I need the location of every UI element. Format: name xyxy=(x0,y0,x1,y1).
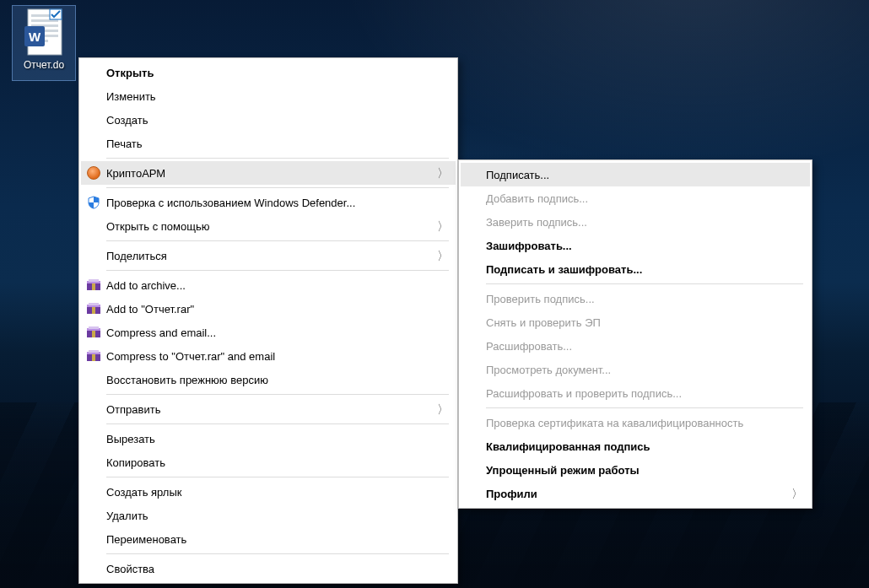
menu-item-defender[interactable]: Проверка с использованием Windows Defend… xyxy=(81,191,456,214)
context-menu: Открыть Изменить Создать Печать КриптоАР… xyxy=(78,57,458,584)
svg-rect-12 xyxy=(89,279,99,282)
svg-rect-25 xyxy=(92,354,95,361)
menu-item-label: Открыть с помощью xyxy=(106,220,435,233)
desktop-file-label: Отчет.do xyxy=(14,59,73,71)
defender-shield-icon xyxy=(87,196,100,209)
submenu-item-verify-signature[interactable]: Проверить подпись... xyxy=(461,287,810,310)
menu-item-label: Свойства xyxy=(106,563,449,575)
menu-item-open[interactable]: Открыть xyxy=(81,61,456,84)
submenu-arrow-icon: 〉 xyxy=(435,167,449,179)
menu-item-cut[interactable]: Вырезать xyxy=(81,427,456,450)
submenu-item-decrypt[interactable]: Расшифровать... xyxy=(461,334,810,358)
desktop-file-selected[interactable]: W Отчет.do xyxy=(12,5,76,81)
menu-separator xyxy=(486,407,803,408)
menu-item-label: Подписать и зашифровать... xyxy=(486,263,803,276)
menu-item-label: Add to "Отчет.rar" xyxy=(106,303,449,316)
menu-item-label: Восстановить прежнюю версию xyxy=(106,374,449,386)
menu-item-label: Снять и проверить ЭП xyxy=(486,316,803,329)
menu-item-label: Вырезать xyxy=(106,433,449,445)
word-document-icon: W xyxy=(23,8,65,57)
submenu-item-simple-mode[interactable]: Упрощенный режим работы xyxy=(461,458,810,482)
menu-item-create[interactable]: Создать xyxy=(81,108,456,132)
menu-item-open-with[interactable]: Открыть с помощью 〉 xyxy=(81,214,456,238)
svg-rect-24 xyxy=(89,350,99,353)
menu-item-label: Создать xyxy=(106,114,449,127)
winrar-icon xyxy=(86,326,101,339)
submenu-arrow-icon: 〉 xyxy=(435,220,449,232)
menu-item-print[interactable]: Печать xyxy=(81,132,456,155)
menu-item-label: Квалифицированная подпись xyxy=(486,440,803,453)
submenu-arrow-icon: 〉 xyxy=(435,403,449,415)
menu-item-label: Расшифровать и проверить подпись... xyxy=(486,387,803,400)
submenu-item-add-signature[interactable]: Добавить подпись... xyxy=(461,186,810,210)
menu-item-send-to[interactable]: Отправить 〉 xyxy=(81,397,456,421)
menu-item-delete[interactable]: Удалить xyxy=(81,504,456,527)
cryptoarm-submenu: Подписать... Добавить подпись... Заверит… xyxy=(458,159,812,509)
menu-item-properties[interactable]: Свойства xyxy=(81,557,456,580)
menu-item-label: Копировать xyxy=(106,456,449,469)
svg-rect-17 xyxy=(92,307,95,314)
menu-item-label: Упрощенный режим работы xyxy=(486,464,803,477)
menu-item-label: Создать ярлык xyxy=(106,486,449,499)
menu-separator xyxy=(106,553,449,554)
svg-text:W: W xyxy=(29,30,41,44)
menu-separator xyxy=(486,283,803,284)
menu-item-compress-to-rar-email[interactable]: Compress to "Отчет.rar" and email xyxy=(81,344,456,368)
submenu-arrow-icon: 〉 xyxy=(435,250,449,262)
menu-item-copy[interactable]: Копировать xyxy=(81,450,456,474)
svg-rect-20 xyxy=(89,326,99,329)
submenu-item-cert-check[interactable]: Проверка сертификата на кавалифицированн… xyxy=(461,411,810,434)
submenu-arrow-icon: 〉 xyxy=(790,488,803,499)
svg-rect-16 xyxy=(89,303,99,305)
menu-item-label: Удалить xyxy=(106,510,449,522)
cryptoarm-icon xyxy=(87,166,100,180)
menu-separator xyxy=(106,270,449,271)
submenu-item-view-document[interactable]: Просмотреть документ... xyxy=(461,358,810,381)
submenu-item-decrypt-and-verify[interactable]: Расшифровать и проверить подпись... xyxy=(461,381,810,405)
submenu-item-sign[interactable]: Подписать... xyxy=(461,163,810,186)
svg-rect-13 xyxy=(92,283,95,290)
submenu-item-qualified-signature[interactable]: Квалифицированная подпись xyxy=(461,434,810,458)
menu-item-label: Заверить подпись... xyxy=(486,216,803,229)
menu-separator xyxy=(106,240,449,241)
menu-item-label: Проверить подпись... xyxy=(486,293,803,305)
menu-item-rename[interactable]: Переименовать xyxy=(81,527,456,551)
menu-item-label: КриптоАРМ xyxy=(106,167,435,180)
menu-item-label: Изменить xyxy=(106,90,449,103)
menu-item-cryptoarm[interactable]: КриптоАРМ 〉 xyxy=(81,161,456,185)
submenu-item-encrypt[interactable]: Зашифровать... xyxy=(461,234,810,257)
menu-item-label: Проверка с использованием Windows Defend… xyxy=(106,197,449,209)
winrar-icon xyxy=(86,302,101,316)
menu-item-edit[interactable]: Изменить xyxy=(81,84,456,108)
menu-item-label: Открыть xyxy=(106,67,449,79)
winrar-icon xyxy=(86,349,101,363)
menu-item-label: Печать xyxy=(106,138,449,150)
menu-item-add-to-archive[interactable]: Add to archive... xyxy=(81,273,456,297)
menu-item-label: Расшифровать... xyxy=(486,340,803,353)
menu-item-label: Добавить подпись... xyxy=(486,192,803,205)
menu-item-compress-email[interactable]: Compress and email... xyxy=(81,321,456,344)
winrar-icon xyxy=(86,278,101,292)
submenu-item-sign-and-encrypt[interactable]: Подписать и зашифровать... xyxy=(461,257,810,281)
menu-item-label: Compress and email... xyxy=(106,326,449,339)
menu-separator xyxy=(106,158,449,159)
menu-separator xyxy=(106,394,449,395)
menu-item-add-to-rar[interactable]: Add to "Отчет.rar" xyxy=(81,297,456,321)
submenu-item-remove-and-verify[interactable]: Снять и проверить ЭП xyxy=(461,310,810,334)
menu-separator xyxy=(106,187,449,188)
menu-item-label: Подписать... xyxy=(486,169,803,181)
menu-item-label: Отправить xyxy=(106,403,435,416)
menu-item-label: Просмотреть документ... xyxy=(486,364,803,376)
menu-item-label: Проверка сертификата на кавалифицированн… xyxy=(486,417,803,429)
submenu-item-certify-signature[interactable]: Заверить подпись... xyxy=(461,210,810,234)
menu-item-create-shortcut[interactable]: Создать ярлык xyxy=(81,480,456,504)
menu-item-label: Поделиться xyxy=(106,250,435,262)
menu-item-label: Add to archive... xyxy=(106,279,449,292)
desktop[interactable]: W Отчет.do Открыть Изменить Создать Печа… xyxy=(0,0,869,588)
menu-item-label: Профили xyxy=(486,488,790,500)
menu-item-share[interactable]: Поделиться 〉 xyxy=(81,244,456,267)
menu-separator xyxy=(106,477,449,477)
menu-item-restore-previous[interactable]: Восстановить прежнюю версию xyxy=(81,368,456,391)
menu-item-label: Зашифровать... xyxy=(486,240,803,252)
submenu-item-profiles[interactable]: Профили 〉 xyxy=(461,482,810,505)
